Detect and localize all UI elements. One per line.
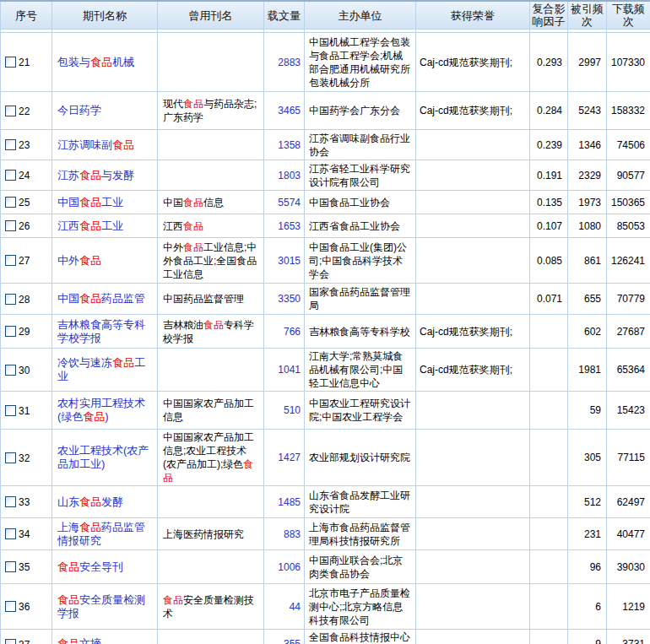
articles-count-link[interactable]: 1006 (278, 561, 301, 573)
articles-count-cell: 3465 (264, 92, 305, 130)
row-checkbox[interactable] (5, 220, 16, 231)
articles-count-link[interactable]: 1803 (278, 170, 301, 181)
download-count-cell: 15423 (607, 392, 650, 430)
journal-name-part: 文摘 (79, 637, 101, 644)
journal-name-link[interactable]: 冷饮与速冻食品工业 (57, 356, 145, 382)
table-row: 26江西食品工业江西食品1653江西省食品工业协会0.107108085053 (1, 214, 650, 238)
cited-count-cell: 861 (568, 238, 607, 284)
download-count-cell: 39030 (607, 550, 650, 584)
former-name-cell: 中国食品信息 (158, 191, 264, 214)
journal-name-link[interactable]: 中国食品药品监管 (57, 292, 145, 305)
former-name-cell: 中国药品监督管理 (158, 284, 264, 315)
row-checkbox[interactable] (5, 57, 16, 68)
row-checkbox[interactable] (5, 294, 16, 305)
row-checkbox[interactable] (5, 496, 16, 507)
row-checkbox[interactable] (5, 365, 16, 376)
journal-name-link[interactable]: 山东食品发酵 (57, 495, 123, 508)
impact-factor-cell (530, 430, 568, 486)
journal-name-part-highlight: 食品 (79, 254, 101, 267)
articles-count-cell: 1485 (264, 486, 305, 518)
journal-name-cell: 江苏食品与发酵 (52, 160, 158, 191)
impact-factor-cell (530, 349, 568, 392)
journal-name-part: 工业 (101, 196, 123, 208)
row-number: 22 (19, 105, 30, 116)
articles-count-link[interactable]: 2883 (278, 57, 301, 68)
table-row: 35食品安全导刊1006中国商业联合会;北京肉类食品协会9639030 (1, 550, 650, 584)
former-name-part: 中国 (163, 197, 183, 208)
articles-count-link[interactable]: 510 (284, 404, 301, 416)
articles-count-link[interactable]: 3465 (278, 105, 301, 116)
journal-name-link[interactable]: 包装与食品机械 (57, 56, 134, 68)
journal-name-link[interactable]: 江西食品工业 (57, 219, 123, 232)
articles-count-cell: 3015 (264, 238, 305, 284)
row-checkbox[interactable] (5, 528, 16, 539)
table-row: 32农业工程技术(农产品加工业)中国国家农产品加工信息;农业工程技术(农产品加工… (1, 430, 650, 486)
journal-name-part-highlight: 食品 (112, 356, 134, 369)
articles-count-link[interactable]: 44 (290, 601, 301, 613)
row-number: 27 (19, 255, 30, 267)
impact-factor-cell (530, 550, 568, 584)
journal-name-link[interactable]: 中外食品 (57, 254, 101, 267)
row-checkbox[interactable] (5, 255, 16, 266)
articles-count-link[interactable]: 766 (284, 326, 301, 338)
journal-name-link[interactable]: 今日药学 (57, 104, 101, 116)
sponsor-cell: 山东省食品发酵工业研究设计院 (305, 486, 416, 518)
download-count-cell: 158332 (607, 92, 650, 130)
articles-count-cell: 510 (264, 392, 305, 430)
journal-name-link[interactable]: 食品安全导刊 (57, 560, 123, 573)
articles-count-cell: 1006 (264, 550, 305, 584)
row-checkbox[interactable] (5, 405, 16, 416)
former-name-cell: 中外食品工业信息;中外食品工业;全国食品工业信息 (158, 238, 264, 284)
articles-count-link[interactable]: 3015 (278, 255, 301, 267)
download-count-cell: 70779 (607, 284, 650, 315)
journal-name-link[interactable]: 中国食品工业 (57, 196, 123, 208)
journal-name-link[interactable]: 上海食品药品监管情报研究 (57, 521, 145, 547)
journal-name-cell: 农业工程技术(农产品加工业) (52, 430, 158, 486)
row-checkbox[interactable] (5, 197, 16, 208)
journal-name-link[interactable]: 江苏食品与发酵 (57, 169, 134, 181)
impact-factor-cell (530, 315, 568, 349)
row-checkbox[interactable] (5, 561, 16, 572)
honor-cell (416, 284, 530, 315)
journal-name-link[interactable]: 食品文摘 (57, 637, 101, 644)
row-checkbox[interactable] (5, 170, 16, 181)
journal-name-link[interactable]: 吉林粮食高等专科学校学报 (57, 318, 145, 344)
articles-count-link[interactable]: 1485 (278, 496, 301, 508)
row-checkbox[interactable] (5, 452, 16, 463)
row-checkbox[interactable] (5, 139, 16, 150)
row-number: 21 (19, 57, 30, 68)
journal-name-part: 冷饮与速冻 (57, 356, 112, 369)
former-name-part: 中国国家农产品加工信息 (163, 398, 254, 423)
articles-count-link[interactable]: 1358 (278, 139, 301, 151)
table-row: 24江苏食品与发酵1803江苏省轻工业科学研究设计院有限公司0.19123299… (1, 160, 650, 191)
journal-name-link[interactable]: 农业工程技术(农产品加工业) (57, 444, 149, 470)
row-checkbox[interactable] (5, 326, 16, 337)
row-checkbox[interactable] (5, 106, 16, 116)
articles-count-link[interactable]: 355 (284, 638, 301, 644)
former-name-cell: 上海医药情报研究 (158, 518, 264, 550)
sponsor-cell: 上海市食品药品监督管理局科技情报研究所 (305, 518, 416, 550)
journal-name-link[interactable]: 江苏调味副食品 (57, 138, 134, 151)
articles-count-link[interactable]: 1427 (278, 452, 301, 463)
row-checkbox[interactable] (5, 601, 16, 612)
articles-count-link[interactable]: 883 (284, 528, 301, 540)
cited-count-cell: 655 (568, 284, 607, 315)
journal-name-part-highlight: 食品 (79, 196, 101, 208)
honor-cell: Caj-cd规范获奖期刊; (416, 33, 530, 92)
journal-name-link[interactable]: 食品安全质量检测学报 (57, 593, 145, 620)
table-row: 37食品文摘355全国食品科技情报中心站;北京市食品研究所93731 (1, 630, 650, 644)
impact-factor-cell (530, 392, 568, 430)
honor-cell (416, 160, 530, 191)
articles-count-link[interactable]: 3350 (278, 293, 301, 305)
articles-count-cell: 1358 (264, 130, 305, 160)
column-header-cited-count: 被引频次 (568, 1, 607, 30)
articles-count-link[interactable]: 5574 (278, 197, 301, 208)
former-name-cell (158, 130, 264, 160)
journal-name-part: 工业 (101, 219, 123, 232)
table-row: 22今日药学现代食品与药品杂志;广东药学3465中国药学会广东分会Caj-cd规… (1, 92, 650, 130)
journal-name-link[interactable]: 农村实用工程技术(绿色食品) (57, 397, 145, 423)
row-checkbox[interactable] (5, 639, 16, 644)
seq-cell: 24 (1, 160, 52, 191)
articles-count-link[interactable]: 1041 (278, 364, 301, 376)
articles-count-link[interactable]: 1653 (278, 220, 301, 232)
